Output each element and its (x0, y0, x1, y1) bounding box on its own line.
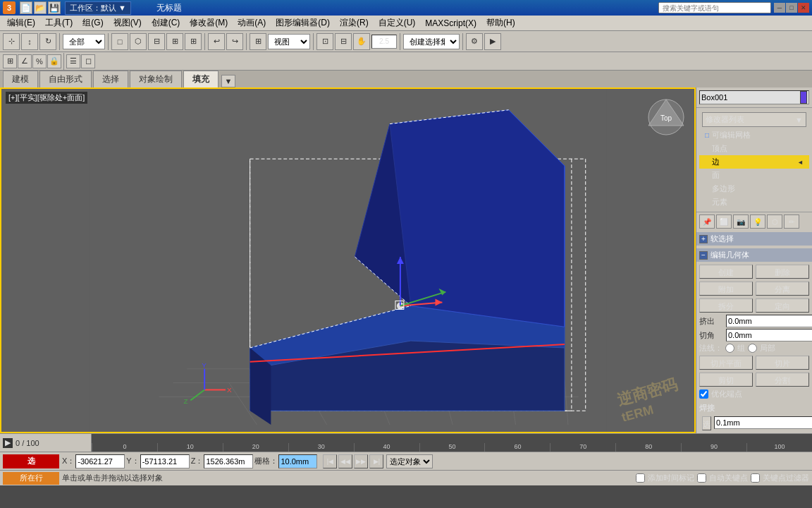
normal-group-radio[interactable] (725, 344, 734, 353)
minimize-btn[interactable]: ─ (774, 3, 785, 13)
tab-select[interactable]: 选择 (93, 71, 128, 87)
open-btn[interactable]: 📂 (34, 1, 47, 14)
softsel-expand[interactable]: + (699, 235, 708, 243)
menu-help[interactable]: 帮助(H) (482, 16, 519, 30)
autokey-cb[interactable] (697, 473, 706, 483)
extrude-input[interactable]: 0.0mm (726, 315, 812, 327)
tab-paintdraw[interactable]: 对象绘制 (130, 71, 182, 87)
select-tool[interactable]: ⊹ (3, 33, 20, 50)
prev-frame-btn[interactable]: |◀ (323, 454, 337, 468)
grid-input[interactable]: 10.0mm (278, 454, 317, 468)
rotate-tool[interactable]: ↻ (39, 33, 56, 50)
tree-editable-mesh[interactable]: □ 可编辑网格 (699, 128, 809, 142)
object-name-field[interactable]: Box001 (699, 90, 809, 104)
tab-more[interactable]: ▼ (221, 75, 235, 87)
slice-btn[interactable]: 剪切 (699, 373, 753, 387)
align-tool[interactable]: ⊞ (166, 33, 183, 50)
cut-btn[interactable]: 切片 (756, 356, 809, 370)
angle-snap[interactable]: ∠ (18, 54, 32, 68)
menu-animation[interactable]: 动画(A) (233, 16, 270, 30)
menu-tools[interactable]: 工具(T) (41, 16, 77, 30)
modifier-list-dropdown[interactable]: 修改器列表 ▼ (702, 112, 806, 127)
tree-vertex[interactable]: 顶点 (699, 142, 809, 155)
search-input[interactable] (658, 2, 771, 13)
menu-grapheditor[interactable]: 图形编辑器(D) (271, 16, 334, 30)
create-btn[interactable]: 创建 (699, 265, 753, 279)
autokey-btn[interactable]: 选 (3, 454, 59, 468)
zoom-region[interactable]: ⊟ (335, 33, 352, 50)
next-frame-btn[interactable]: ▶| (369, 454, 383, 468)
zoom-extents[interactable]: ⊡ (316, 33, 333, 50)
shape-icon[interactable]: ⬡ (767, 214, 782, 229)
view-dropdown[interactable]: 视图 (268, 34, 310, 49)
undo-btn[interactable]: ↩ (208, 33, 225, 50)
light-icon[interactable]: 💡 (750, 214, 765, 229)
delete-btn[interactable]: 删除 (756, 265, 809, 279)
render-btn[interactable]: ▶ (484, 33, 501, 50)
select-rect[interactable]: □ (111, 33, 128, 50)
selected-value[interactable]: 0.1mm (714, 416, 812, 429)
object-name-input[interactable]: Box001 (701, 93, 799, 102)
play-back-btn[interactable]: ◀◀ (338, 454, 352, 468)
menu-modifier[interactable]: 修改器(M) (185, 16, 232, 30)
menu-maxscript[interactable]: MAXScript(X) (421, 17, 481, 30)
camera-icon[interactable]: 📷 (733, 214, 749, 229)
snap-toggle[interactable]: ⊞ (3, 54, 17, 68)
menu-custom[interactable]: 自定义(U) (374, 16, 420, 30)
menu-view[interactable]: 视图(V) (109, 16, 146, 30)
tab-freeform[interactable]: 自由形式 (39, 71, 92, 87)
tab-populate[interactable]: 填充 (183, 71, 219, 87)
render-setup[interactable]: ⚙ (466, 33, 483, 50)
break-btn[interactable]: 拆分 (699, 298, 753, 313)
orient-btn[interactable]: 定向 (756, 298, 809, 313)
divide-btn[interactable]: 分割 (756, 373, 809, 387)
z-input[interactable]: 1526.363m (204, 454, 253, 468)
maximize-btn[interactable]: □ (786, 3, 797, 13)
x-input[interactable]: -30621.27 (75, 454, 125, 468)
selection-filter[interactable]: 创建选择集 (403, 34, 460, 49)
tree-element[interactable]: 元素 (699, 195, 809, 209)
redo-btn[interactable]: ↪ (226, 33, 243, 50)
menu-edit[interactable]: 编辑(E) (3, 16, 39, 30)
viewport-layout[interactable]: ⊞ (250, 33, 266, 50)
move-tool[interactable]: ↕ (21, 33, 38, 50)
attach-btn[interactable]: 附加 (699, 282, 753, 296)
menu-create[interactable]: 创建(C) (147, 16, 185, 30)
mirror-tool[interactable]: ⊟ (148, 33, 165, 50)
timeline-track[interactable]: 0 10 20 30 40 50 60 70 80 90 100 (92, 434, 812, 452)
editgeo-expand[interactable]: − (699, 251, 708, 260)
tree-face[interactable]: 面 (699, 169, 809, 182)
zoom-value[interactable]: 2.5 (371, 35, 397, 49)
detach-btn[interactable]: 分离 (756, 282, 809, 296)
workspace-dropdown[interactable]: 工作区：默认 ▼ (65, 1, 131, 15)
viewport[interactable]: [+][平实][驱除处+面面] Top (0, 87, 696, 433)
spinner-snap[interactable]: 🔒 (47, 54, 61, 68)
target-dropdown[interactable]: 选定对象 (386, 454, 433, 468)
addtime-cb[interactable] (636, 473, 645, 483)
pan-tool[interactable]: ✋ (353, 33, 370, 50)
tree-polygon[interactable]: 多边形 (699, 182, 809, 195)
menu-render[interactable]: 渲染(R) (336, 16, 373, 30)
object-color[interactable] (800, 91, 807, 104)
play-fwd-btn[interactable]: ▶▶ (354, 454, 368, 468)
selected-btn[interactable]: 选定到 (702, 416, 711, 430)
y-input[interactable]: -57113.21 (140, 454, 190, 468)
chamfer-input[interactable]: 0.0mm (726, 329, 812, 341)
save-btn[interactable]: 💾 (48, 1, 61, 14)
play-btn[interactable]: ▶ (3, 438, 13, 448)
filter-dropdown[interactable]: 全部 (63, 34, 105, 49)
tree-edge[interactable]: 边 ◄ (699, 155, 809, 169)
new-btn[interactable]: 📄 (20, 1, 32, 14)
menu-group[interactable]: 组(G) (78, 16, 107, 30)
percent-snap[interactable]: % (32, 54, 47, 68)
normal-local-radio[interactable] (748, 344, 757, 353)
array-tool[interactable]: ⊞ (185, 33, 202, 50)
keyfilter-cb[interactable] (751, 473, 760, 483)
select-by-name[interactable]: ☰ (66, 54, 80, 68)
select-lasso[interactable]: ⬡ (130, 33, 147, 50)
select-region[interactable]: ◻ (81, 54, 95, 68)
object-icon[interactable]: ⬜ (716, 214, 732, 229)
cutplane-btn[interactable]: 切片平面 (699, 356, 753, 370)
tab-modeling[interactable]: 建模 (3, 71, 38, 87)
optimize-cb[interactable] (699, 389, 708, 399)
